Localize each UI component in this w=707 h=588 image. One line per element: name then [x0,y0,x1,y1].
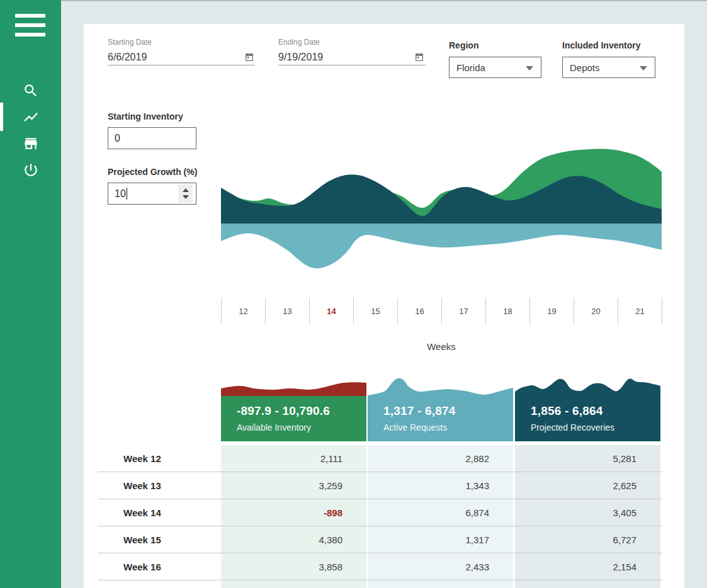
column-range: 1,856 - 6,864 [531,404,660,418]
trends-chart-icon[interactable] [23,109,39,125]
week-tick-highlighted[interactable]: 14 [309,298,353,324]
spinner-down-icon[interactable] [183,195,189,199]
cell-active-requests: 1,317 [368,526,513,553]
app-root: Starting Date 6/6/2019 Ending Date 9/19/… [0,0,707,588]
week-tick[interactable]: 17 [441,298,485,324]
projected-recoveries-area [221,174,662,223]
week-tick[interactable]: 21 [618,298,662,324]
active-nav-indicator [0,103,3,131]
cell-active-requests: 1,343 [368,472,513,499]
number-spinner[interactable] [178,184,193,203]
ending-date-underline [278,65,426,65]
week-tick[interactable]: 18 [485,298,529,324]
week-tick[interactable]: 19 [529,298,574,324]
column-header-projected-recoveries[interactable]: 1,856 - 6,864 Projected Recoveries [515,396,660,441]
text-caret [127,188,127,200]
row-label: Week 12 [123,445,161,472]
included-inventory-select[interactable]: Depots [562,57,655,78]
search-icon[interactable] [23,82,39,99]
cell-active-requests: 6,874 [368,499,513,526]
region-select[interactable]: Florida [449,57,541,78]
column-header-active-requests[interactable]: 1,317 - 6,874 Active Requests [368,396,513,441]
region-selected-value: Florida [456,62,485,73]
region-label: Region [449,40,478,50]
starting-inventory-label: Starting Inventory [108,111,183,122]
sidebar [0,0,61,588]
active-requests-area [221,223,662,268]
inventory-table: -897.9 - 10,790.6 Available Inventory 1,… [98,378,662,588]
calendar-icon[interactable] [244,52,254,62]
calendar-icon[interactable] [414,52,424,62]
column-header-available-inventory[interactable]: -897.9 - 10,790.6 Available Inventory [221,396,366,441]
week-axis: 12 13 14 15 16 17 18 19 20 21 [221,298,662,324]
cell-active-requests: 2,433 [368,553,513,580]
week-tick[interactable]: 15 [353,298,397,324]
week-tick[interactable]: 20 [574,298,618,324]
chevron-down-icon [640,66,647,71]
ending-date-input[interactable]: 9/19/2019 [278,52,323,63]
week-tick[interactable]: 12 [221,298,265,324]
table-row-week-14[interactable]: Week 14 -898 6,874 3,405 [98,499,662,526]
projected-recoveries-sparkline [515,378,660,396]
active-requests-sparkline [368,378,513,396]
column-title: Projected Recoveries [531,422,660,433]
table-row-partial [98,580,662,588]
column-range: -897.9 - 10,790.6 [237,404,366,418]
inventory-stream-chart[interactable] [221,145,662,274]
cell-available-inventory: 3,259 [221,472,366,499]
week-tick[interactable]: 13 [265,298,309,324]
week-tick[interactable]: 16 [397,298,441,324]
axis-end-tick [662,298,662,324]
table-row-week-12[interactable]: Week 12 2,111 2,882 5,281 [98,445,662,472]
column-range: 1,317 - 6,874 [383,404,513,418]
starting-date-label: Starting Date [108,38,152,47]
cell-available-inventory: 4,380 [221,526,366,553]
cell-available-inventory: 2,111 [221,445,366,472]
starting-date-underline [108,65,255,65]
row-label: Week 16 [123,553,161,580]
included-inventory-selected-value: Depots [570,62,600,73]
store-icon[interactable] [23,135,39,152]
window-top-edge [61,0,707,1]
cell-projected-recoveries: 5,281 [515,445,660,472]
cell-projected-recoveries: 3,405 [515,499,660,526]
row-label: Week 15 [123,526,161,553]
available-inventory-sparkline [221,378,366,396]
starting-inventory-value: 0 [115,133,120,144]
cell-projected-recoveries: 2,154 [515,553,660,580]
row-label: Week 14 [123,499,161,526]
row-label: Week 13 [123,472,161,499]
x-axis-title: Weeks [221,341,662,352]
cell-projected-recoveries: 6,727 [515,526,660,553]
cell-available-inventory: 3,858 [221,553,366,580]
starting-inventory-input[interactable]: 0 [108,127,196,149]
ending-date-label: Ending Date [278,38,320,47]
projected-growth-value: 10 [115,188,126,200]
table-row-week-13[interactable]: Week 13 3,259 1,343 2,625 [98,472,662,499]
chevron-down-icon [526,66,533,71]
included-inventory-label: Included Inventory [562,40,640,50]
spinner-up-icon[interactable] [183,188,189,192]
table-row-week-16[interactable]: Week 16 3,858 2,433 2,154 [98,553,662,580]
power-icon[interactable] [23,162,39,178]
column-title: Available Inventory [237,422,366,433]
projected-growth-input[interactable]: 10 [108,183,196,205]
cell-active-requests: 2,882 [368,445,513,472]
cell-available-inventory-negative: -898 [221,499,366,526]
menu-icon[interactable] [15,14,45,37]
projected-growth-label: Projected Growth (%) [108,167,197,177]
table-row-week-15[interactable]: Week 15 4,380 1,317 6,727 [98,526,662,553]
cell-projected-recoveries: 2,625 [515,472,660,499]
column-title: Active Requests [383,422,513,433]
starting-date-input[interactable]: 6/6/2019 [108,52,147,63]
